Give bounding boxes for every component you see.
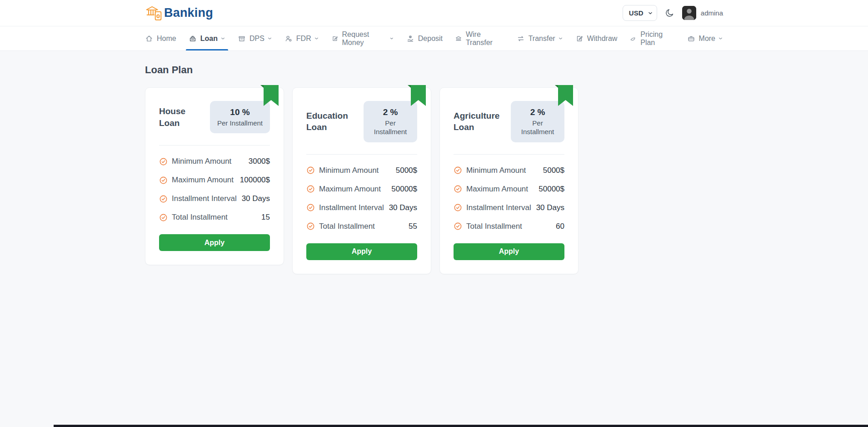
avatar[interactable]	[682, 6, 696, 20]
feature-label: Maximum Amount	[466, 185, 528, 194]
nav-label: FDR	[296, 35, 311, 43]
nav-item-fdr[interactable]: FDR	[284, 26, 319, 50]
feature-label: Maximum Amount	[319, 185, 381, 194]
home-icon	[145, 35, 153, 43]
apply-button[interactable]: Apply	[159, 234, 270, 251]
deposit-icon	[406, 35, 414, 43]
nav-label: Withdraw	[587, 35, 618, 43]
check-circle-icon	[159, 195, 168, 203]
currency-select[interactable]: USD	[623, 5, 657, 21]
more-icon	[687, 35, 695, 43]
svg-text:$: $	[157, 14, 159, 17]
moon-icon	[665, 8, 674, 18]
nav-label: Deposit	[418, 35, 443, 43]
feature-label: Total Installment	[319, 222, 375, 231]
divider	[306, 154, 417, 155]
check-circle-icon	[159, 176, 168, 185]
feature-value: 5000$	[396, 166, 417, 175]
feature-value: 30 Days	[536, 203, 564, 212]
nav-item-transfer[interactable]: Transfer	[517, 26, 563, 50]
check-circle-icon	[159, 157, 168, 166]
main-content: Loan Plan House Loan 10 % Per Installmen…	[145, 64, 723, 274]
nav-label: Home	[157, 35, 176, 43]
nav-item-more[interactable]: More	[687, 26, 723, 50]
currency-select-wrap: USD	[623, 5, 657, 21]
check-circle-icon	[454, 185, 462, 193]
nav-item-home[interactable]: Home	[145, 26, 176, 50]
check-circle-icon	[159, 213, 168, 222]
feature-row: Total Installment 60	[454, 222, 564, 231]
feature-row: Installment Interval 30 Days	[306, 203, 417, 212]
nav-label: More	[699, 35, 715, 43]
nav-label: Loan	[200, 35, 218, 43]
apply-button[interactable]: Apply	[306, 243, 417, 260]
feature-label: Maximum Amount	[172, 176, 234, 185]
feature-row: Total Installment 55	[306, 222, 417, 231]
plan-name: Education Loan	[306, 110, 357, 133]
check-circle-icon	[454, 166, 462, 175]
nav-label: Request Money	[342, 30, 387, 47]
check-circle-icon	[306, 203, 315, 212]
nav-label: Pricing Plan	[640, 30, 674, 47]
dark-mode-toggle[interactable]	[665, 8, 674, 18]
page-title: Loan Plan	[145, 64, 723, 76]
feature-value: 55	[409, 222, 417, 231]
feature-value: 30 Days	[242, 194, 270, 203]
rate-caption: Per Installment	[217, 119, 263, 128]
chevron-down-icon	[389, 36, 394, 41]
feature-row: Minimum Amount 3000$	[159, 157, 270, 166]
rate-value: 2 %	[518, 107, 557, 118]
fdr-icon	[284, 35, 293, 43]
feature-row: Maximum Amount 100000$	[159, 176, 270, 185]
nav-label: Wire Transfer	[466, 30, 504, 47]
withdraw-icon	[575, 35, 584, 43]
rate-caption: Per Installment	[518, 119, 557, 136]
rate-value: 2 %	[371, 107, 410, 118]
brand-logo[interactable]: $ Banking	[145, 5, 213, 21]
feature-value: 50000$	[539, 185, 564, 194]
rate-value: 10 %	[217, 107, 263, 118]
loan-icon	[189, 35, 197, 43]
chevron-down-icon	[314, 36, 319, 41]
divider	[454, 154, 564, 155]
plan-card-house-loan: House Loan 10 % Per Installment Minimum …	[145, 87, 284, 265]
user-menu[interactable]: admina	[682, 6, 723, 20]
bookmark-ribbon-icon	[558, 85, 573, 106]
chevron-down-icon	[558, 36, 563, 41]
top-header: $ Banking USD	[0, 0, 868, 26]
feature-value: 30 Days	[389, 203, 417, 212]
username-label: admina	[701, 9, 723, 17]
feature-label: Installment Interval	[319, 203, 384, 212]
check-circle-icon	[306, 185, 315, 193]
check-circle-icon	[306, 222, 315, 231]
nav-item-request-money[interactable]: Request Money	[331, 26, 394, 50]
ribbon-fold	[260, 85, 264, 88]
main-nav: Home Loan DPS FDR Request Money Deposit	[0, 26, 868, 51]
ribbon-fold	[408, 85, 411, 88]
feature-row: Installment Interval 30 Days	[159, 194, 270, 203]
feature-value: 5000$	[543, 166, 564, 175]
nav-item-dps[interactable]: DPS	[238, 26, 272, 50]
nav-item-wire-transfer[interactable]: Wire Transfer	[455, 26, 504, 50]
nav-item-pricing-plan[interactable]: Pricing Plan	[629, 26, 674, 50]
rate-badge: 2 % Per Installment	[511, 101, 564, 142]
rate-caption: Per Installment	[371, 119, 410, 136]
rate-badge: 10 % Per Installment	[210, 101, 270, 133]
nav-item-loan[interactable]: Loan	[189, 26, 225, 50]
plan-card-education-loan: Education Loan 2 % Per Installment Minim…	[292, 87, 431, 274]
avatar-portrait	[682, 6, 696, 20]
nav-item-withdraw[interactable]: Withdraw	[575, 26, 618, 50]
chevron-down-icon	[718, 36, 723, 41]
footer-top-edge	[54, 425, 868, 427]
feature-row: Maximum Amount 50000$	[454, 185, 564, 194]
nav-item-deposit[interactable]: Deposit	[406, 26, 443, 50]
feature-label: Minimum Amount	[319, 166, 379, 175]
ribbon-fold	[555, 85, 558, 88]
transfer-icon	[517, 35, 525, 43]
nav-label: DPS	[249, 35, 264, 43]
feature-value: 50000$	[391, 185, 417, 194]
loan-plan-cards: House Loan 10 % Per Installment Minimum …	[145, 87, 723, 274]
bank-logo-icon: $	[145, 5, 163, 21]
apply-button[interactable]: Apply	[454, 243, 564, 260]
chevron-down-icon	[267, 36, 272, 41]
